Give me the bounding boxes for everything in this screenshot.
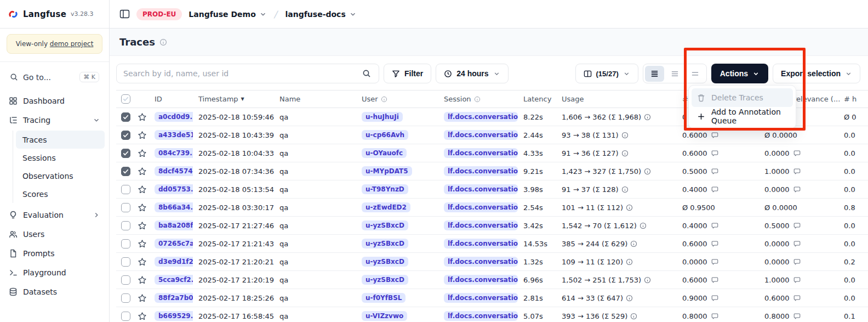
comment-bubble-icon[interactable] [711, 258, 718, 265]
user-badge[interactable]: u-yzSBxcD [362, 257, 408, 267]
user-badge[interactable]: u-cp66Avh [362, 130, 408, 140]
comment-bubble-icon[interactable] [711, 150, 718, 157]
comment-bubble-icon[interactable] [793, 258, 801, 265]
row-checkbox[interactable] [121, 293, 130, 303]
user-badge[interactable]: u-zEwdED2 [362, 202, 410, 212]
star-icon[interactable] [138, 239, 147, 248]
user-badge[interactable]: u-OYauofc [362, 148, 407, 158]
sidebar-item-playground[interactable]: Playground [4, 263, 105, 282]
table-row[interactable]: 8b66a34...2025-02-18 03:30:17qau-zEwdED2… [116, 199, 868, 217]
column-header-user[interactable]: User [356, 95, 438, 103]
session-badge[interactable]: lf.docs.conversation... [444, 166, 518, 176]
trace-id-badge[interactable]: 88f2a7b0... [155, 293, 193, 303]
comment-bubble-icon[interactable] [793, 150, 801, 157]
row-checkbox[interactable] [121, 275, 130, 285]
session-badge[interactable]: lf.docs.conversation... [444, 184, 518, 194]
table-row[interactable]: 07265c7a...2025-02-17 21:21:43qau-yzSBxc… [116, 235, 868, 253]
trace-id-badge[interactable]: 8dcf4574... [155, 166, 193, 176]
table-row[interactable]: 5cca9cf2...2025-02-17 21:20:19qau-yzSBxc… [116, 271, 868, 289]
session-badge[interactable]: lf.docs.conversation... [444, 275, 518, 285]
info-icon[interactable] [621, 132, 629, 139]
row-height-medium-button[interactable] [665, 66, 684, 82]
session-badge[interactable]: lf.docs.conversation... [444, 257, 518, 267]
menu-item-add-to-annotation-queue[interactable]: Add to Annotation Queue [692, 107, 793, 126]
search-input[interactable] [117, 69, 355, 78]
star-icon[interactable] [138, 167, 147, 176]
trace-id-badge[interactable]: ba8a208f... [155, 221, 193, 230]
sidebar-item-prompts[interactable]: Prompts [4, 244, 105, 263]
table-row[interactable]: d3e9d1f2...2025-02-17 21:20:21qau-yzSBxc… [116, 253, 868, 271]
select-all-checkbox[interactable] [121, 94, 130, 104]
comment-bubble-icon[interactable] [793, 168, 801, 175]
table-row[interactable]: 88f2a7b0...2025-02-17 18:25:26qau-f0YfBS… [116, 289, 868, 307]
comment-bubble-icon[interactable] [711, 295, 718, 302]
search-submit-icon[interactable] [355, 64, 379, 83]
row-height-compact-button[interactable] [645, 66, 664, 82]
sidebar-item-datasets[interactable]: Datasets [4, 282, 105, 301]
comment-bubble-icon[interactable] [711, 186, 718, 193]
column-header-name[interactable]: Name [274, 95, 356, 103]
info-icon[interactable] [630, 313, 637, 320]
row-checkbox[interactable] [121, 131, 130, 140]
user-badge[interactable]: u-yzSBxcD [362, 221, 408, 230]
trace-id-badge[interactable]: dd05753... [155, 184, 193, 194]
comment-bubble-icon[interactable] [793, 313, 801, 320]
sidebar-item-scores[interactable]: Scores [16, 185, 105, 203]
row-checkbox[interactable] [121, 239, 130, 248]
comment-bubble-icon[interactable] [793, 186, 801, 193]
sidebar-item-users[interactable]: Users [4, 224, 105, 244]
info-icon[interactable] [626, 204, 633, 211]
table-row[interactable]: b669529...2025-02-17 16:58:45qau-VIZzvwo… [116, 307, 868, 322]
export-selection-button[interactable]: Export selection [773, 64, 860, 83]
user-badge[interactable]: u-yzSBxcD [362, 239, 408, 248]
column-header-usage[interactable]: Usage [556, 95, 677, 103]
user-badge[interactable]: u-f0YfBSL [362, 293, 406, 303]
trace-id-badge[interactable]: 8b66a34... [155, 202, 193, 212]
table-row[interactable]: 8dcf4574...2025-02-18 07:34:36qau-MYpDAT… [116, 162, 868, 180]
trace-id-badge[interactable]: a0cd0d9... [155, 112, 193, 122]
table-row[interactable]: dd05753...2025-02-18 05:13:54qau-T98YnzD… [116, 180, 868, 199]
user-badge[interactable]: u-yzSBxcD [362, 275, 408, 285]
row-height-tall-button[interactable] [686, 66, 705, 82]
session-badge[interactable]: lf.docs.conversation... [444, 239, 518, 248]
user-badge[interactable]: u-huJhuJi [362, 112, 403, 122]
time-range-button[interactable]: 24 hours [436, 64, 508, 83]
filter-button[interactable]: Filter [384, 64, 431, 83]
session-badge[interactable]: lf.docs.conversation... [444, 112, 518, 122]
session-badge[interactable]: lf.docs.conversation... [444, 148, 518, 158]
comment-bubble-icon[interactable] [711, 168, 718, 175]
row-checkbox[interactable] [121, 203, 130, 212]
comment-bubble-icon[interactable] [793, 276, 801, 284]
info-icon[interactable] [159, 38, 167, 46]
demo-project-link[interactable]: demo project [50, 40, 94, 48]
row-checkbox[interactable] [121, 257, 130, 267]
trace-id-badge[interactable]: a433de51... [155, 130, 193, 140]
sidebar-toggle-icon[interactable] [119, 9, 130, 19]
info-icon[interactable] [626, 258, 633, 265]
session-badge[interactable]: lf.docs.conversation... [444, 130, 518, 140]
star-icon[interactable] [138, 112, 147, 122]
comment-bubble-icon[interactable] [711, 240, 718, 247]
info-icon[interactable] [626, 295, 633, 302]
table-row[interactable]: ba8a208f...2025-02-17 21:27:46qau-yzSBxc… [116, 217, 868, 235]
column-header-id[interactable]: ID [149, 95, 193, 103]
star-icon[interactable] [138, 257, 147, 267]
star-icon[interactable] [138, 203, 147, 212]
info-icon[interactable] [621, 150, 629, 157]
sidebar-item-observations[interactable]: Observations [16, 167, 105, 185]
trace-id-badge[interactable]: 5cca9cf2... [155, 275, 193, 285]
sidebar-item-evaluation[interactable]: Evaluation [4, 205, 105, 224]
trace-id-badge[interactable]: 084c739... [155, 148, 193, 158]
menu-item-delete-traces[interactable]: Delete Traces [692, 88, 793, 107]
info-icon[interactable] [639, 222, 647, 229]
row-checkbox[interactable] [121, 112, 130, 122]
sidebar-item-sessions[interactable]: Sessions [16, 149, 105, 167]
goto-search[interactable]: Go to... ⌘ K [5, 69, 104, 86]
user-badge[interactable]: u-T98YnzD [362, 184, 408, 194]
session-badge[interactable]: lf.docs.conversation... [444, 293, 518, 303]
row-checkbox[interactable] [121, 312, 130, 321]
star-icon[interactable] [138, 221, 147, 230]
column-selector-button[interactable]: (15/27) [575, 64, 638, 83]
column-header-timestamp[interactable]: Timestamp▼ [193, 95, 274, 103]
info-icon[interactable] [630, 240, 637, 247]
